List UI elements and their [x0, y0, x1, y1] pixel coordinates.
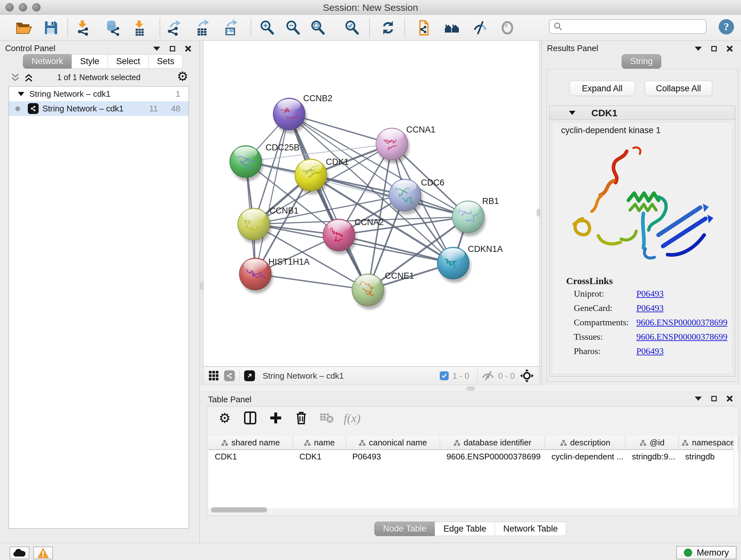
float-panel-icon[interactable] — [695, 47, 702, 51]
crosslink-link[interactable]: 9606.ENSP00000378699 — [636, 332, 727, 342]
table-cell[interactable]: cyclin-dependent ... — [545, 452, 625, 462]
home-button[interactable] — [443, 19, 461, 37]
tab-network-table[interactable]: Network Table — [495, 522, 566, 536]
float-panel-icon[interactable] — [153, 47, 160, 51]
network-node-CCNE1[interactable] — [352, 274, 386, 309]
help-button[interactable]: ? — [719, 19, 734, 35]
selected-items-checkbox[interactable] — [440, 371, 449, 380]
export-network-button[interactable] — [165, 19, 183, 37]
table-cell[interactable]: stringdb — [679, 452, 738, 462]
import-network-file-button[interactable] — [74, 19, 91, 37]
tab-style[interactable]: Style — [71, 54, 108, 69]
column-header-database-identifier[interactable]: database identifier — [440, 436, 545, 449]
delete-column-button[interactable] — [293, 410, 309, 426]
protein-section-header[interactable]: CDK1 — [550, 106, 735, 120]
function-builder-button[interactable]: f(x) — [344, 411, 360, 425]
network-view[interactable]: CCNB2CCNA1CDC25BCDK1CDC6RB1CCNB1CCNA2CDK… — [203, 41, 539, 367]
crosslink-link[interactable]: P06493 — [636, 303, 664, 313]
table-settings-button[interactable]: ⚙ — [217, 410, 232, 426]
tab-network[interactable]: Network — [23, 54, 72, 69]
tab-string[interactable]: String — [622, 54, 662, 69]
column-header-shared-name[interactable]: shared name — [208, 436, 293, 449]
tab-select[interactable]: Select — [108, 54, 149, 69]
memory-button[interactable]: Memory — [676, 546, 737, 559]
table-vertical-scrollbar[interactable] — [733, 436, 738, 508]
pan-mode-button[interactable] — [520, 369, 534, 383]
collapse-arrow-icon[interactable] — [18, 92, 24, 96]
cloud-status-button[interactable] — [10, 547, 29, 559]
table-cell[interactable]: 9606.ENSP00000378699 — [440, 452, 545, 462]
maximize-panel-icon[interactable] — [170, 46, 175, 51]
gear-icon[interactable]: ⚙ — [177, 69, 188, 84]
delete-table-button[interactable] — [319, 410, 335, 426]
maximize-panel-icon[interactable] — [711, 46, 717, 51]
splitter-handle-left[interactable] — [200, 282, 204, 290]
column-header-namespace[interactable]: namespace — [679, 436, 738, 449]
share-document-icon — [415, 19, 432, 36]
table-cell[interactable]: stringdb:9... — [625, 452, 679, 462]
import-network-database-button[interactable] — [105, 19, 122, 37]
network-node-RB1[interactable] — [452, 201, 486, 236]
scrollbar-thumb[interactable] — [211, 507, 267, 512]
close-panel-icon[interactable] — [726, 45, 733, 52]
birds-eye-view-button[interactable] — [208, 370, 219, 381]
warning-status-button[interactable] — [33, 547, 53, 559]
close-panel-icon[interactable] — [185, 45, 191, 52]
network-node-CCNB2[interactable] — [273, 98, 307, 133]
zoom-in-button[interactable] — [258, 19, 276, 37]
zoom-out-icon — [285, 19, 301, 36]
show-hide-details-button[interactable] — [471, 19, 489, 37]
share-document-button[interactable] — [414, 19, 432, 37]
crosslink-link[interactable]: P06493 — [636, 289, 664, 299]
edge-CCNB2-HIST1H1A[interactable] — [255, 114, 289, 274]
save-session-button[interactable] — [42, 19, 60, 37]
column-header--id[interactable]: @id — [625, 436, 679, 449]
table-cell[interactable]: CDK1 — [293, 452, 346, 462]
column-header-description[interactable]: description — [545, 436, 625, 449]
table-cell[interactable]: P06493 — [346, 452, 440, 462]
table-row[interactable]: CDK1CDK1P064939606.ENSP00000378699cyclin… — [208, 450, 738, 463]
tab-node-table[interactable]: Node Table — [374, 522, 435, 536]
export-network-icon — [165, 19, 182, 36]
close-panel-icon[interactable] — [726, 395, 733, 401]
float-panel-icon[interactable] — [695, 396, 702, 401]
tab-edge-table[interactable]: Edge Table — [434, 522, 495, 536]
splitter-handle-bottom[interactable] — [467, 387, 475, 390]
table-horizontal-scrollbar[interactable] — [210, 507, 733, 513]
search-box[interactable] — [549, 19, 706, 34]
show-columns-button[interactable] — [242, 410, 258, 426]
network-canvas[interactable]: CCNB2CCNA1CDC25BCDK1CDC6RB1CCNB1CCNA2CDK… — [204, 41, 539, 366]
column-header-name[interactable]: name — [293, 436, 346, 449]
tab-sets[interactable]: Sets — [148, 54, 183, 69]
network-node-CCNA2[interactable] — [323, 219, 356, 254]
network-collection-row[interactable]: String Network – cdk1 1 — [9, 86, 189, 101]
add-column-button[interactable] — [268, 410, 284, 426]
export-table-button[interactable] — [193, 19, 211, 37]
collapse-section-icon[interactable] — [569, 111, 576, 115]
open-in-window-button[interactable] — [244, 370, 255, 381]
search-input[interactable] — [563, 22, 697, 32]
network-node-HIST1H1A[interactable] — [239, 258, 273, 294]
maximize-panel-icon[interactable] — [711, 396, 717, 401]
crosslink-link[interactable]: P06493 — [636, 346, 664, 356]
collapse-all-button[interactable]: Collapse All — [645, 81, 712, 96]
splitter-handle-right[interactable] — [537, 209, 540, 216]
column-header-canonical-name[interactable]: canonical name — [346, 436, 440, 449]
expand-all-button[interactable]: Expand All — [569, 81, 635, 96]
apply-layout-button[interactable] — [379, 19, 397, 37]
network-row[interactable]: String Network – cdk1 11 48 — [9, 101, 189, 116]
table-cell[interactable]: CDK1 — [208, 452, 293, 462]
open-session-button[interactable] — [15, 19, 32, 37]
zoom-fit-button[interactable] — [309, 19, 327, 37]
preview-button[interactable] — [498, 19, 516, 37]
network-node-CDK1[interactable] — [295, 159, 328, 194]
string-view-button[interactable] — [224, 370, 235, 381]
import-table-file-button[interactable] — [131, 19, 148, 37]
zoom-out-button[interactable] — [284, 19, 302, 37]
network-node-CDKN1A[interactable] — [437, 247, 471, 283]
network-node-CDC25B[interactable] — [230, 145, 263, 181]
export-image-button[interactable] — [221, 19, 239, 37]
network-node-CCNA1[interactable] — [376, 128, 409, 164]
zoom-selected-button[interactable] — [343, 19, 361, 37]
crosslink-link[interactable]: 9606.ENSP00000378699 — [636, 317, 727, 327]
